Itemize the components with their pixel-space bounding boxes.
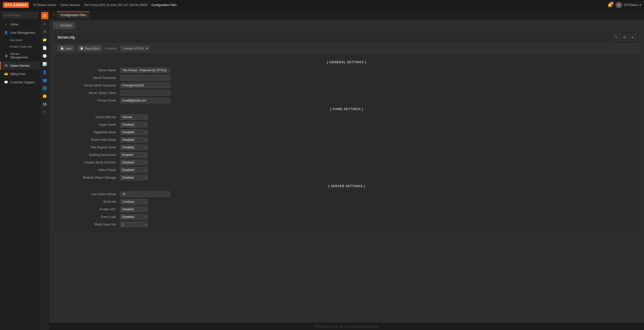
main-layout: ⌂ Home 👤 User Management Sub Users Creat… <box>0 10 644 330</box>
icon-sidebar-user1[interactable]: 👤 <box>41 69 48 76</box>
settings-row-tree-regrow: Tree Regrow Mode DisabledEnabled <box>60 144 634 151</box>
creative-enemies-label: Creative Mode Enemies <box>60 161 120 164</box>
settings-row-building-destruction: Building Destruction EnabledDisabled <box>60 151 634 159</box>
icon-sidebar-users[interactable]: 👫 <box>41 101 48 108</box>
sidebar-item-user-management[interactable]: 👤 User Management <box>0 28 40 37</box>
notification-icon[interactable]: 🔔 4 <box>608 3 613 7</box>
allow-cheats-select[interactable]: DisabledEnabled <box>120 167 148 173</box>
support-icon: 💬 <box>4 80 8 84</box>
settings-row-server-name: Server Name <box>60 67 634 74</box>
config-editor: Server.cfg ↻ ⧉ ✕ 💾 Save 💾 Save & Exit <box>53 31 640 233</box>
auto-save-input[interactable] <box>120 191 170 197</box>
vegan-mode-select[interactable]: DisabledEnabled <box>120 122 148 127</box>
go-back-button[interactable]: ← Go back <box>53 22 75 29</box>
user-info[interactable]: G GTXDemo ▾ <box>616 2 641 8</box>
contact-email-input[interactable] <box>120 98 170 103</box>
enable-vac-select[interactable]: DisabledEnabled <box>120 207 148 212</box>
icon-sidebar-list[interactable]: ≡ <box>41 20 48 27</box>
world-save-slot-select[interactable]: 12345 <box>120 222 148 227</box>
icon-sidebar-globe[interactable]: 🌐 <box>41 85 48 92</box>
breadcrumb: GTXDemo Home › Game Servers › The Forest… <box>33 3 177 7</box>
save-exit-button[interactable]: 💾 Save & Exit <box>77 45 102 51</box>
tree-regrow-label: Tree Regrow Mode <box>60 146 120 149</box>
sidebar-item-home[interactable]: ⌂ Home <box>0 20 40 28</box>
vegetarian-mode-select[interactable]: DisabledEnabled <box>120 129 148 135</box>
tree-regrow-select[interactable]: DisabledEnabled <box>120 145 148 150</box>
world-init-select[interactable]: ContinueNew <box>120 199 148 205</box>
allow-cheats-wrapper: DisabledEnabled <box>120 167 148 173</box>
game-servers-icon: 🎮 <box>4 64 8 68</box>
breadcrumb-server[interactable]: The Forest [GP] 10 slots 194.147.120.90:… <box>84 3 148 7</box>
config-copy-button[interactable]: ⧉ <box>621 34 628 41</box>
config-toolbar: 💾 Save 💾 Save & Exit Encoding: Unicode (… <box>54 43 640 53</box>
page-content: ← Go back Server.cfg ↻ ⧉ ✕ 💾 Save <box>49 20 644 323</box>
icon-sidebar-user2[interactable]: 👥 <box>41 77 48 84</box>
settings-row-world-init: World Init ContinueNew <box>60 198 634 206</box>
breadcrumb-sep-1: › <box>58 3 59 7</box>
save-exit-label: Save & Exit <box>85 47 99 50</box>
settings-row-steam-token: Server Steam Token <box>60 89 634 97</box>
game-difficulty-label: Game Difficulty <box>60 115 120 119</box>
vegetarian-mode-wrapper: DisabledEnabled <box>120 129 148 135</box>
top-nav-right: 🔔 4 G GTXDemo ▾ <box>608 2 641 8</box>
breadcrumb-game-servers[interactable]: Game Servers <box>60 3 79 7</box>
icon-sidebar-toggle[interactable]: ☰ <box>41 12 48 19</box>
icon-sidebar-folder[interactable]: 📁 <box>41 36 48 43</box>
save-button[interactable]: 💾 Save <box>58 45 74 51</box>
config-close-button[interactable]: ✕ <box>629 34 636 41</box>
game-difficulty-select[interactable]: NormalHardEasy <box>120 114 148 120</box>
vegan-mode-label: Vegan Mode <box>60 123 120 126</box>
settings-row-realistic-damage: Realistic Player Damage DisabledEnabled <box>60 174 634 181</box>
building-destruction-select[interactable]: EnabledDisabled <box>120 152 148 158</box>
sidebar-item-sub-users[interactable]: Sub Users <box>0 37 40 43</box>
steam-token-input[interactable] <box>120 90 170 96</box>
breadcrumb-home[interactable]: GTXDemo Home <box>33 3 56 7</box>
world-save-slot-wrapper: 12345 <box>120 222 148 227</box>
sidebar-search-wrapper <box>0 10 40 20</box>
reset-holes-select[interactable]: DisabledEnabled <box>120 137 148 143</box>
tab-add-button[interactable]: + <box>51 13 57 17</box>
settings-row-enable-vac: Enable VAC DisabledEnabled <box>60 206 634 213</box>
building-destruction-label: Building Destruction <box>60 153 120 157</box>
contact-email-label: Contact Email <box>60 99 120 102</box>
server-management-icon: 🖥 <box>4 54 8 58</box>
server-name-input[interactable] <box>120 68 170 73</box>
steam-token-label: Server Steam Token <box>60 91 120 95</box>
icon-sidebar-clock[interactable]: 🕐 <box>41 52 48 59</box>
settings-row-event-logs: Event Logs DisabledEnabled <box>60 213 634 221</box>
settings-body: [ GENERAL SETTINGS ] Server Name Server … <box>54 53 640 232</box>
realistic-damage-wrapper: DisabledEnabled <box>120 175 148 180</box>
notification-badge: 4 <box>610 2 614 5</box>
sidebar-item-billing-area[interactable]: 💳 Billing Area <box>0 70 40 78</box>
sidebar: ⌂ Home 👤 User Management Sub Users Creat… <box>0 10 40 330</box>
icon-sidebar-shield[interactable]: 🛡 <box>41 109 48 116</box>
sidebar-item-server-management[interactable]: 🖥 Server Management <box>0 50 40 61</box>
config-refresh-button[interactable]: ↻ <box>613 34 620 41</box>
icon-sidebar-file[interactable]: 📄 <box>41 44 48 51</box>
search-input[interactable] <box>2 12 38 18</box>
admin-password-input[interactable] <box>120 83 170 88</box>
save-icon: 💾 <box>60 47 64 50</box>
reset-holes-wrapper: DisabledEnabled <box>120 137 148 143</box>
top-nav: GTX GAMING GTXDemo Home › Game Servers ›… <box>0 0 644 10</box>
event-logs-select[interactable]: DisabledEnabled <box>120 214 148 220</box>
sidebar-item-game-servers[interactable]: 🎮 Game Servers <box>0 61 40 70</box>
tab-config-files[interactable]: Configuration Files <box>57 11 89 18</box>
tree-regrow-wrapper: DisabledEnabled <box>120 145 148 150</box>
icon-sidebar-flask[interactable]: ⚗ <box>41 28 48 35</box>
encoding-select[interactable]: Unicode (UTF-8) ASCII UTF-16 <box>120 46 149 51</box>
realistic-damage-label: Realistic Player Damage <box>60 176 120 179</box>
breadcrumb-sep-2: › <box>81 3 82 7</box>
settings-row-admin-password: Server Admin Password <box>60 82 634 89</box>
logo: GTX GAMING <box>3 2 29 8</box>
tabs-bar: + Configuration Files <box>49 10 644 20</box>
creative-enemies-select[interactable]: DisabledEnabled <box>120 160 148 165</box>
icon-sidebar-chart[interactable]: 📊 <box>41 60 48 68</box>
save-label: Save <box>65 47 71 50</box>
settings-row-auto-save: Auto Save Interval <box>60 190 634 198</box>
server-password-input[interactable] <box>120 75 170 81</box>
sidebar-item-create-sub-user[interactable]: Create a Sub User <box>0 43 40 50</box>
realistic-damage-select[interactable]: DisabledEnabled <box>120 175 148 180</box>
sidebar-item-customer-support[interactable]: 💬 Customer Support <box>0 78 40 86</box>
icon-sidebar-face[interactable]: 😊 <box>41 93 48 100</box>
